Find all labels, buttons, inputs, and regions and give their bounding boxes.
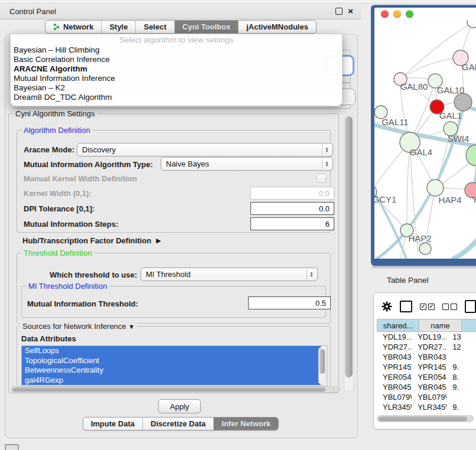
close-button[interactable] [381, 10, 389, 18]
mi-steps-field[interactable]: 6 [250, 217, 334, 230]
tab-select[interactable]: Select [135, 21, 174, 33]
tab-cyni-toolbox[interactable]: Cyni Toolbox [174, 21, 238, 33]
deselect-all-icon[interactable] [442, 304, 457, 310]
table-cell[interactable]: YIL052C [412, 413, 446, 415]
attributes-scrollbar-thumb[interactable] [319, 349, 325, 374]
attribute-item[interactable]: TopologicalCoefficient [22, 356, 321, 366]
table-cell[interactable]: YBR045C [412, 383, 446, 392]
network-node[interactable] [467, 20, 476, 28]
table-row[interactable]: YLR345WYLR345W9. [377, 402, 476, 412]
column-header-partial[interactable] [462, 319, 476, 332]
table-hscrollbar[interactable] [377, 415, 474, 422]
table-row[interactable]: YPR145WYPR145W9. [377, 362, 476, 372]
node-label: HAP4 [438, 195, 461, 205]
table-row[interactable]: YER054CYER054C8. [377, 372, 476, 382]
table-cell[interactable]: YBR043C [412, 353, 446, 361]
table-cell[interactable]: YBL079W [412, 393, 446, 402]
popup-item-bayesian-hill-climbing[interactable]: Bayesian – Hill Climbing [11, 45, 342, 55]
table-row[interactable]: YBR045CYBR045C9. [377, 382, 476, 392]
settings-scrollbar-thumb[interactable] [345, 116, 353, 377]
settings-hscrollbar[interactable] [11, 386, 340, 393]
tab-network[interactable]: Network [45, 21, 101, 33]
table-hscrollbar-thumb[interactable] [379, 416, 467, 421]
dpi-tolerance-field[interactable]: 0.0 [250, 202, 334, 215]
new-document-icon[interactable] [465, 300, 476, 313]
sources-expander[interactable]: Sources for Network Inference ▼ [20, 322, 137, 331]
column-header-name[interactable]: name [419, 319, 462, 332]
tab-style[interactable]: Style [101, 21, 135, 33]
table-cell[interactable]: YER054C [412, 373, 446, 381]
table-cell[interactable]: 9. [446, 383, 476, 392]
node-hap4[interactable] [427, 180, 444, 196]
network-view[interactable]: GALGAL80GAL10GAL1GAL11SWI4GAL4GCY1HAP4YH… [374, 20, 476, 259]
apply-button[interactable]: Apply [158, 399, 201, 413]
table-row[interactable]: YDL19...YDL19...13 [377, 332, 476, 342]
attributes-scrollbar[interactable] [318, 347, 326, 385]
table-cell[interactable]: YDR27... [377, 343, 412, 351]
table-row[interactable]: YDR27...YDR27...12 [377, 342, 476, 352]
network-window-titlebar[interactable] [374, 8, 476, 20]
popup-placeholder: Select algorithm to view settings [11, 34, 342, 45]
float-panel-icon[interactable] [335, 8, 343, 15]
popup-item-dream8[interactable]: Dream8 DC_TDC Algorithm [11, 93, 342, 102]
table-cell[interactable]: YDL19... [412, 332, 446, 341]
which-threshold-label: Which threshold to use: [35, 270, 137, 279]
table-cell[interactable]: YLR345W [412, 403, 446, 412]
table-cell[interactable]: YIL052C [377, 413, 412, 415]
table-row[interactable]: YBL079WYBL079W [377, 392, 476, 402]
table-cell[interactable]: 9. [446, 403, 476, 412]
table-cell[interactable]: YBR045C [377, 383, 412, 392]
network-node[interactable] [466, 145, 476, 166]
tab-discretize-data[interactable]: Discretize Data [142, 418, 213, 430]
data-attributes-list[interactable]: SelfLoopsTopologicalCoefficientBetweenne… [21, 345, 327, 386]
table-cell[interactable]: YBR043C [377, 353, 412, 361]
select-all-icon[interactable]: ✓✓ [420, 304, 435, 310]
table-cell[interactable]: YLR345W [377, 403, 412, 412]
popup-item-bayesian-k2[interactable]: Bayesian – K2 [11, 83, 342, 93]
table-cell[interactable]: YDL19... [377, 332, 412, 341]
table-cell[interactable]: 8. [446, 373, 476, 381]
table-cell[interactable]: 9. [446, 363, 476, 371]
attribute-item[interactable]: SelfLoops [22, 346, 321, 356]
split-columns-icon[interactable] [400, 301, 412, 312]
hub-definition-expander[interactable]: Hub/Transcription Factor Definition ▶ [22, 236, 161, 245]
minimize-button[interactable] [393, 10, 401, 18]
mi-algorithm-type-combo[interactable]: Naive Bayes ▲▼ [161, 157, 333, 171]
collapsed-panel-icon[interactable] [5, 444, 19, 450]
table-cell[interactable]: YDR27... [412, 343, 446, 351]
table-cell[interactable]: 9. [446, 413, 476, 415]
table-row[interactable]: YIL052CYIL052C9. [377, 412, 476, 415]
which-threshold-combo[interactable]: MI Threshold ▲▼ [141, 268, 318, 281]
gear-icon[interactable] [382, 301, 392, 312]
table-row[interactable]: YBR043CYBR043C [377, 352, 476, 362]
attribute-item[interactable]: BetweennessCentrality [22, 366, 321, 376]
mi-steps-label: Mutual Information Steps: [24, 220, 118, 229]
popup-item-aracne[interactable]: ARACNE Algorithm [11, 64, 342, 74]
node-label: GAL11 [382, 117, 409, 127]
close-panel-icon[interactable]: × [348, 8, 353, 14]
table-cell[interactable]: 13 [446, 332, 476, 341]
table-cell[interactable]: 12 [446, 343, 476, 351]
settings-hscrollbar-thumb[interactable] [12, 387, 325, 392]
table-body[interactable]: YDL19...YDL19...13YDR27...YDR27...12YBR0… [377, 332, 476, 415]
settings-scrollbar[interactable] [344, 115, 354, 392]
tab-impute-data[interactable]: Impute Data [83, 418, 142, 430]
network-node[interactable] [454, 93, 472, 111]
table-cell[interactable]: YPR145W [377, 363, 412, 371]
attribute-item[interactable]: gal4RGexp [22, 376, 321, 386]
popup-item-basic-correlation[interactable]: Basic Correlation Inference [11, 55, 342, 64]
column-header-shared[interactable]: shared... [377, 319, 419, 332]
manual-kernel-checkbox[interactable] [317, 174, 326, 183]
network-node[interactable] [419, 243, 431, 255]
tab-infer-network[interactable]: Infer Network [213, 418, 278, 430]
kernel-width-field[interactable]: 0.0 [250, 187, 334, 200]
aracne-mode-combo[interactable]: Discovery ▲▼ [77, 143, 333, 156]
mutual-info-threshold-field[interactable]: 0.5 [248, 296, 331, 309]
zoom-button[interactable] [406, 10, 413, 18]
tab-jactivemnodules[interactable]: jActiveMNodules [238, 21, 316, 33]
table-header-row: shared... name [377, 319, 476, 332]
table-cell[interactable]: YBL079W [377, 393, 412, 402]
table-cell[interactable]: YPR145W [412, 363, 446, 371]
table-cell[interactable]: YER054C [377, 373, 412, 381]
popup-item-mutual-information[interactable]: Mutual Information Inference [11, 74, 342, 83]
